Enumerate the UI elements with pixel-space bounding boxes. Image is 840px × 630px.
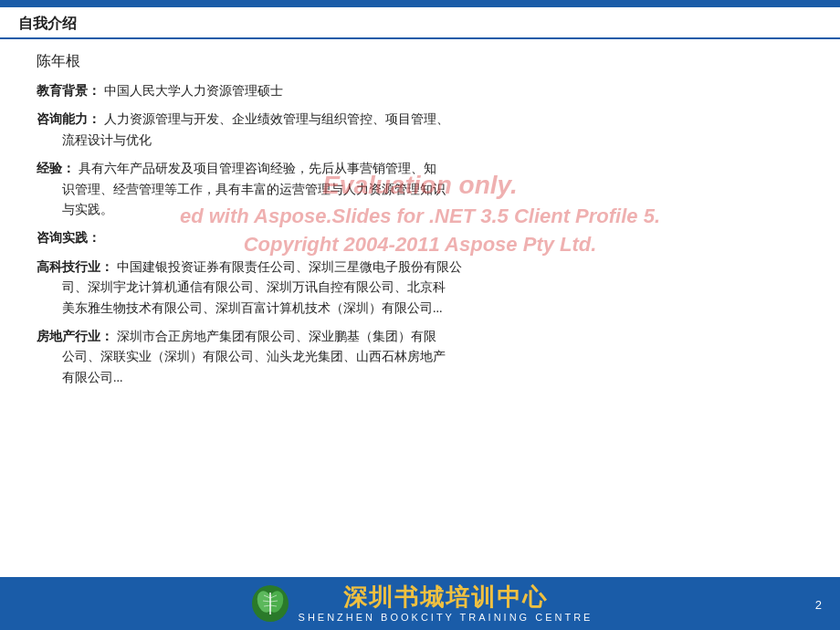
realestate-indent2: 有限公司...: [37, 368, 803, 388]
main-content: 陈年根 教育背景： 中国人民大学人力资源管理硕士 咨询能力： 人力资源管理与开发…: [0, 39, 840, 404]
tech-industry-item: 高科技行业： 中国建银投资证券有限责任公司、深圳三星微电子股份有限公 司、深圳宇…: [37, 257, 803, 319]
footer-text-area: 深圳书城培训中心 SHENZHEN BOOKCITY TRAINING CENT…: [299, 583, 593, 624]
realestate-indent1: 公司、深联实业（深圳）有限公司、汕头龙光集团、山西石林房地产: [37, 347, 803, 367]
footer-chinese-name: 深圳书城培训中心: [343, 583, 548, 612]
tech-industry-text: 中国建银投资证券有限责任公司、深圳三星微电子股份有限公: [117, 260, 462, 274]
realestate-label: 房地产行业：: [37, 329, 113, 343]
footer: 深圳书城培训中心 SHENZHEN BOOKCITY TRAINING CENT…: [0, 577, 840, 630]
experience-text: 具有六年产品研发及项目管理咨询经验，先后从事营销管理、知: [79, 162, 436, 175]
experience-indent1: 识管理、经营管理等工作，具有丰富的运营管理与人力资源管理知识: [37, 180, 803, 200]
consulting-ability-label: 咨询能力：: [37, 111, 100, 126]
experience-label: 经验：: [37, 161, 75, 175]
education-label: 教育背景：: [37, 83, 100, 98]
realestate-item: 房地产行业： 深圳市合正房地产集团有限公司、深业鹏基（集团）有限 公司、深联实业…: [37, 326, 803, 388]
consulting-ability-item: 咨询能力： 人力资源管理与开发、企业绩效管理与组织管控、项目管理、 流程设计与优…: [37, 109, 803, 151]
education-item: 教育背景： 中国人民大学人力资源管理硕士: [37, 80, 803, 101]
top-bar: [0, 0, 840, 7]
consulting-practice-label: 咨询实践：: [37, 230, 100, 245]
tech-industry-indent2: 美东雅生物技术有限公司、深圳百富计算机技术（深圳）有限公司...: [37, 299, 803, 319]
page-number: 2: [815, 598, 822, 612]
consulting-ability-indent: 流程设计与优化: [37, 131, 803, 151]
realestate-text: 深圳市合正房地产集团有限公司、深业鹏基（集团）有限: [117, 330, 436, 343]
tech-industry-indent1: 司、深圳宇龙计算机通信有限公司、深圳万讯自控有限公司、北京科: [37, 278, 803, 298]
header: 自我介绍: [0, 7, 840, 39]
tech-industry-label: 高科技行业：: [37, 259, 113, 274]
experience-item: 经验： 具有六年产品研发及项目管理咨询经验，先后从事营销管理、知 识管理、经营管…: [37, 158, 803, 220]
experience-indent2: 与实践。: [37, 200, 803, 220]
footer-english-name: SHENZHEN BOOKCITY TRAINING CENTRE: [299, 612, 593, 624]
consulting-practice-item: 咨询实践：: [37, 227, 803, 248]
education-text: 中国人民大学人力资源管理硕士: [104, 84, 283, 98]
page-title: 自我介绍: [18, 16, 77, 31]
person-name: 陈年根: [37, 52, 803, 71]
consulting-ability-text: 人力资源管理与开发、企业绩效管理与组织管控、项目管理、: [104, 112, 449, 126]
footer-logo-icon: [247, 583, 293, 624]
